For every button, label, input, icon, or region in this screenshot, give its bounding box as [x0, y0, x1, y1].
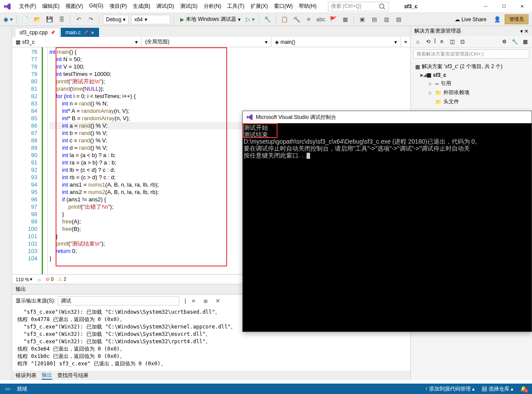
new-file-button[interactable]: 📄 [20, 15, 30, 24]
console-titlebar[interactable]: Microsoft Visual Studio 调试控制台 [243, 111, 532, 123]
menu-item[interactable]: 生成(B) [130, 1, 153, 12]
svg-line-1 [383, 8, 385, 9]
menu-bar: 文件(F)编辑(E)视图(V)Git(G)项目(P)生成(B)调试(D)测试(S… [17, 1, 319, 12]
tb-icon-10[interactable]: ▥ [382, 15, 391, 24]
left-tool-rail[interactable] [0, 26, 12, 380]
document-tabs: sf3_cpp.cpp📌main.c📌✕ [12, 26, 410, 37]
solution-toolbar: ⌂ ⟲ | ≡ ◫ ⊡ ⚙ 🔧 ▦ [411, 36, 532, 48]
config-dropdown[interactable]: Debug ▾ [103, 15, 129, 24]
se-btn-1[interactable]: ≡ [437, 37, 446, 46]
project-title: sf3_c [397, 3, 425, 10]
menu-item[interactable]: 分析(N) [201, 1, 224, 12]
tb-icon-6[interactable]: 🚩 [328, 15, 338, 24]
tb-icon-9[interactable]: ▤ [370, 15, 379, 24]
menu-item[interactable]: 项目(P) [107, 1, 129, 12]
home-button[interactable]: ⌂ [413, 37, 422, 46]
solution-explorer-title: 解决方案资源管理器 ▾ ✕ [411, 26, 532, 36]
nav-back-button[interactable]: ◉ ▾ [3, 15, 13, 24]
document-tab[interactable]: sf3_cpp.cpp📌 [15, 28, 60, 37]
line-gutter: 7677787980818283848586878889909192939495… [12, 47, 42, 274]
se-btn-4[interactable]: ⚙ [500, 37, 509, 46]
menu-item[interactable]: 编辑(E) [40, 1, 62, 12]
navigation-bar: ▦ sf3_c▾ (全局范围)▾ ◈ main()▾ ≑ [12, 37, 410, 47]
open-button[interactable]: 📂 [33, 15, 42, 24]
tb-icon-8[interactable]: ▣ [357, 15, 367, 24]
menu-item[interactable]: 帮助(H) [296, 1, 319, 12]
bottom-tab[interactable]: 查找符号结果 [57, 372, 89, 379]
save-button[interactable]: 💾 [45, 15, 54, 24]
undo-button[interactable]: ↶ [74, 15, 83, 24]
repo-button[interactable]: ▦ 选择仓库 ▴ [482, 385, 513, 393]
warning-indicator[interactable]: ⚠ 2 [58, 276, 66, 282]
output-x-button[interactable]: ✕ [213, 296, 222, 305]
output-wrap-button[interactable]: ≣ [201, 296, 210, 305]
bottom-tab[interactable]: 错误列表 [16, 372, 36, 379]
vs-icon-small [246, 114, 253, 121]
menu-item[interactable]: 视图(V) [63, 1, 86, 12]
fold-column[interactable] [42, 47, 48, 274]
save-all-button[interactable]: 🗄 [57, 15, 66, 24]
menu-item[interactable]: 扩展(X) [248, 1, 271, 12]
menu-item[interactable]: 测试(S) [178, 1, 200, 12]
tree-refs[interactable]: ▷▫▫ 引用 [413, 79, 529, 88]
output-clear-button[interactable]: ≡ [188, 296, 198, 305]
menu-item[interactable]: 文件(F) [17, 1, 39, 12]
se-btn-2[interactable]: ◫ [448, 37, 456, 46]
close-button[interactable]: ✕ [515, 2, 529, 11]
se-btn-3[interactable]: ⊡ [458, 37, 467, 46]
status-ready: 就绪 [17, 385, 27, 393]
tb-icon-11[interactable]: ▧ [394, 15, 403, 24]
titlebar: 文件(F)编辑(E)视图(V)Git(G)项目(P)生成(B)调试(D)测试(S… [0, 0, 532, 13]
error-indicator[interactable]: ⊘ 0 [46, 276, 53, 282]
sync-button[interactable]: ⟲ [424, 37, 433, 46]
admin-badge: 管理员 [505, 14, 529, 24]
tree-solution-root[interactable]: ▦ 解决方案 'sf3_c' (2 个项目, 共 2 个) [413, 62, 529, 71]
se-btn-6[interactable]: ▦ [521, 37, 529, 46]
zoom-dropdown[interactable]: 110 % ▾ [16, 276, 33, 282]
notification-bell-icon[interactable]: 🔔 [520, 386, 527, 392]
menu-item[interactable]: 调试(D) [154, 1, 177, 12]
tb-icon-3[interactable]: 🔨 [292, 15, 301, 24]
tree-project[interactable]: ▶◢▦ sf3_c [413, 71, 529, 79]
info-icon[interactable]: ☼ [37, 277, 41, 282]
tab-close-icon[interactable]: ✕ [91, 30, 94, 35]
tree-headers[interactable]: 📁 头文件 [413, 97, 529, 106]
start-without-debug-button[interactable]: ▷ ▾ [246, 15, 255, 24]
account-button[interactable]: 👤 [492, 15, 502, 24]
nav-member-dropdown[interactable]: ◈ main()▾ [271, 37, 401, 47]
platform-dropdown[interactable]: x64 ▾ [131, 15, 170, 24]
menu-item[interactable]: 窗口(W) [271, 1, 295, 12]
maximize-button[interactable]: ☐ [497, 2, 510, 11]
debug-console-window[interactable]: Microsoft Visual Studio 调试控制台 测试开始测试结束D:… [242, 111, 532, 332]
tb-icon-5[interactable]: abc [316, 15, 326, 24]
tree-ext-deps[interactable]: ▷📁 外部依赖项 [413, 88, 529, 97]
tb-icon-7[interactable]: ▦ [340, 15, 350, 24]
console-title-text: Microsoft Visual Studio 调试控制台 [256, 114, 336, 121]
solution-search[interactable]: 搜索解决方案资源管理器(Ctrl+;) [413, 49, 529, 59]
nav-scope-dropdown[interactable]: ▦ sf3_c▾ [12, 37, 142, 47]
tb-icon-4[interactable]: ≡ [304, 15, 314, 24]
document-tab[interactable]: main.c📌✕ [61, 28, 99, 37]
menu-item[interactable]: Git(G) [86, 1, 106, 12]
bottom-tabs: 错误列表输出查找符号结果 [12, 371, 410, 380]
search-placeholder: 搜索 (Ctrl+Q) [331, 3, 361, 10]
source-control-button[interactable]: ↑ 添加到源代码管理 ▴ [425, 385, 475, 393]
title-search[interactable]: 搜索 (Ctrl+Q) [328, 2, 389, 11]
toolbar: ◉ ▾ 📄 📂 💾 🗄 ↶ ↷ Debug ▾ x64 ▾ ▶本地 Window… [0, 13, 532, 26]
output-from-label: 显示输出来源(S): [16, 297, 55, 305]
split-button[interactable]: ≑ [401, 37, 410, 47]
minimize-button[interactable]: ─ [479, 2, 492, 11]
menu-item[interactable]: 工具(T) [225, 1, 247, 12]
se-btn-5[interactable]: 🔧 [510, 37, 519, 46]
redo-button[interactable]: ↷ [86, 15, 96, 24]
visual-studio-icon [3, 3, 11, 10]
bottom-tab[interactable]: 输出 [42, 371, 52, 380]
tb-icon-2[interactable]: 📋 [280, 15, 289, 24]
search-icon[interactable] [379, 3, 386, 10]
nav-scope2-dropdown[interactable]: (全局范围)▾ [142, 37, 271, 47]
tb-icon-1[interactable]: 🔧 [263, 15, 272, 24]
run-debugger-button[interactable]: ▶本地 Windows 调试器 ▾ [178, 15, 243, 24]
solution-tree[interactable]: ▦ 解决方案 'sf3_c' (2 个项目, 共 2 个) ▶◢▦ sf3_c … [411, 60, 532, 108]
output-from-dropdown[interactable]: 调试 [58, 296, 179, 305]
live-share-button[interactable]: ☁ Live Share [451, 16, 490, 23]
